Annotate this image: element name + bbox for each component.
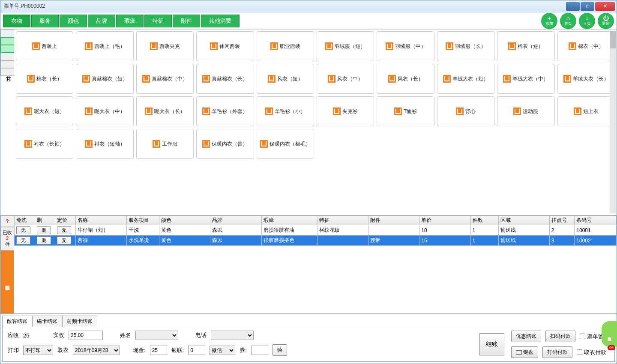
cat-tops[interactable]: 上衣: [0, 30, 14, 37]
item-cell[interactable]: 短上衣: [557, 96, 615, 126]
add-button[interactable]: ＋添加: [541, 13, 557, 29]
item-cell[interactable]: 衬衣（长袖）: [16, 129, 73, 159]
item-cell[interactable]: 呢大衣（中）: [76, 96, 133, 126]
pickup-pay-checkbox[interactable]: 取衣付款: [577, 349, 606, 356]
tab-feature[interactable]: 特征: [144, 15, 172, 27]
tab-clothing[interactable]: 衣物: [3, 15, 30, 27]
item-cell[interactable]: 工作服: [136, 129, 194, 159]
tab-brand[interactable]: 品牌: [88, 15, 115, 27]
item-cell[interactable]: 棉衣（短）: [497, 31, 554, 61]
col-header[interactable]: 特征: [317, 216, 368, 225]
close-button[interactable]: ✕: [595, 2, 615, 11]
cat-other[interactable]: 其它: [0, 68, 14, 76]
item-cell[interactable]: 呢大衣（短）: [16, 96, 73, 126]
col-header[interactable]: 附件: [368, 216, 419, 225]
delete-button[interactable]: 删: [37, 236, 51, 245]
item-cell[interactable]: 风衣（中）: [317, 64, 374, 94]
phone-select[interactable]: [211, 331, 254, 340]
col-header[interactable]: 件数: [470, 216, 498, 225]
discount-button[interactable]: 优惠结账: [511, 331, 541, 342]
cat-skirts[interactable]: 裙子: [0, 45, 14, 53]
tab-color[interactable]: 颜色: [60, 15, 87, 27]
item-cell[interactable]: 保暖内衣（棉毛）: [257, 129, 314, 159]
keyboard-button[interactable]: 键盘: [511, 346, 538, 358]
item-cell[interactable]: 棉衣（中）: [557, 31, 615, 61]
col-header[interactable]: 颜色: [159, 216, 210, 225]
col-header[interactable]: 单价: [419, 216, 470, 225]
col-header[interactable]: 瑕疵: [261, 216, 317, 225]
item-cell[interactable]: 保暖内衣（普）: [196, 129, 254, 159]
free-wash-button[interactable]: 无: [16, 226, 30, 234]
checkout-tab-rfid[interactable]: 射频卡结账: [62, 316, 97, 327]
price-button[interactable]: 无: [57, 226, 71, 234]
item-scrollbar[interactable]: [610, 31, 616, 213]
item-cell[interactable]: 羊毛衫（外套）: [196, 96, 254, 126]
pickup-date[interactable]: 2018年09月28: [73, 346, 120, 355]
price-button[interactable]: 无: [57, 236, 71, 245]
maximize-button[interactable]: ◻: [581, 2, 594, 11]
item-cell[interactable]: 职业西装: [257, 31, 314, 61]
item-cell[interactable]: T恤衫: [377, 96, 434, 126]
item-cell[interactable]: 风衣（短）: [257, 64, 314, 94]
item-cell[interactable]: 羊绒大衣（中）: [497, 64, 554, 94]
col-header[interactable]: 挂点号: [549, 216, 575, 225]
settle-button[interactable]: 结账: [479, 333, 504, 355]
item-cell[interactable]: 衬衣（短袖）: [76, 129, 133, 159]
checkout-tab-card[interactable]: 磁卡结账: [32, 316, 62, 327]
item-cell[interactable]: 真丝棉衣（长）: [196, 64, 254, 94]
tab-accessory[interactable]: 附件: [173, 15, 200, 27]
exit-button[interactable]: ⏻退出: [598, 13, 614, 29]
print-select[interactable]: 不打印: [23, 346, 53, 355]
checkout-tab-guest[interactable]: 散客结账: [2, 316, 32, 327]
item-cell[interactable]: 呢大衣（长）: [136, 96, 194, 126]
item-cell[interactable]: 西装上（毛）: [76, 31, 133, 61]
cat-suit[interactable]: 套装: [0, 60, 14, 68]
free-wash-button[interactable]: 无: [16, 236, 30, 245]
item-cell[interactable]: 西装上: [16, 31, 73, 61]
received-input[interactable]: [69, 331, 103, 340]
received-tab[interactable]: 已收 2 件: [0, 227, 14, 250]
col-header[interactable]: 删: [35, 216, 55, 225]
name-select[interactable]: [135, 331, 178, 340]
coupon-input[interactable]: [251, 346, 268, 355]
col-header[interactable]: 免洗: [15, 216, 35, 225]
item-cell[interactable]: 羊绒大衣（短）: [437, 64, 494, 94]
table-row[interactable]: 无删无西裤水洗单烫黄色森以很脏磨损搭色腰带151输送线310002: [15, 236, 617, 246]
item-cell[interactable]: 真丝棉衣（中）: [136, 64, 194, 94]
minimize-button[interactable]: —: [566, 2, 580, 11]
delete-button[interactable]: 删: [37, 226, 51, 234]
codepay-button[interactable]: 打码付款: [542, 346, 572, 358]
item-cell[interactable]: 运动服: [497, 96, 554, 126]
col-header[interactable]: 区域: [498, 216, 549, 225]
photo-tab[interactable]: 收衣拍照: [0, 250, 14, 313]
cat-pants[interactable]: 裤子: [0, 37, 14, 45]
col-header[interactable]: 条码号: [575, 216, 617, 225]
bank-input[interactable]: [188, 346, 205, 355]
col-header[interactable]: 品牌: [210, 216, 261, 225]
item-cell[interactable]: 羊绒大衣（长）: [557, 64, 615, 94]
item-cell[interactable]: 真丝棉衣（短）: [76, 64, 133, 94]
cash-input[interactable]: [150, 346, 167, 355]
help-tab[interactable]: ?: [0, 215, 14, 227]
item-cell[interactable]: 西装夹克: [136, 31, 194, 61]
item-cell[interactable]: 风衣（长）: [377, 64, 434, 94]
item-cell[interactable]: 羽绒服（中）: [377, 31, 434, 61]
item-cell[interactable]: 背心: [437, 96, 494, 126]
tab-service[interactable]: 服务: [31, 15, 59, 27]
home-button[interactable]: ⌂首页: [560, 13, 576, 29]
table-row[interactable]: 无删无牛仔裙（短）干洗黄色森以磨损很脏有油横纹花纹101输送线210001: [15, 225, 617, 236]
cat-leather[interactable]: 皮衣: [0, 53, 14, 60]
item-cell[interactable]: 棉衣（长）: [16, 64, 73, 94]
item-cell[interactable]: 休闲西装: [196, 31, 254, 61]
wechat-select[interactable]: 微信: [210, 346, 235, 355]
verify-button[interactable]: 验: [273, 344, 287, 356]
accelerator-widget[interactable]: 点我加速: [602, 321, 617, 347]
tab-flaw[interactable]: 瑕疵: [116, 15, 144, 27]
col-header[interactable]: 服务项目: [127, 216, 159, 225]
item-cell[interactable]: 羊毛衫（小）: [257, 96, 314, 126]
col-header[interactable]: 名称: [76, 216, 127, 225]
item-cell[interactable]: 夹克衫: [317, 96, 374, 126]
item-cell[interactable]: 羽绒服（长）: [437, 31, 494, 61]
next-page-button[interactable]: ↓下页: [579, 13, 595, 29]
tab-other[interactable]: 其他消费: [201, 15, 240, 27]
